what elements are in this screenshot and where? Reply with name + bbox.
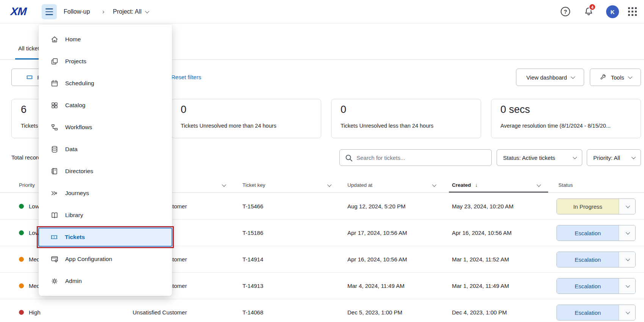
status-dropdown[interactable]: In Progress bbox=[556, 199, 636, 214]
menu-item-label: App Configuration bbox=[65, 256, 112, 263]
priority-dot bbox=[19, 257, 24, 262]
menu-item-workflows[interactable]: Workflows bbox=[39, 116, 172, 138]
stat-label: Tickets Unresolved more than 24 hours bbox=[181, 123, 277, 129]
ticket-key-cell: T-15186 bbox=[242, 220, 263, 246]
menu-item-data[interactable]: Data bbox=[39, 138, 172, 160]
status-dropdown[interactable]: Escalation bbox=[556, 278, 636, 294]
created-header-label: Created bbox=[452, 182, 471, 188]
priority-cell: High bbox=[29, 299, 41, 322]
reset-filters-link[interactable]: Reset filters bbox=[171, 69, 201, 86]
column-header-priority[interactable]: Priority bbox=[19, 178, 35, 192]
column-header-status: Status bbox=[558, 178, 573, 192]
stat-value: 0 secs bbox=[500, 104, 530, 116]
menu-item-admin[interactable]: Admin bbox=[39, 270, 172, 292]
status-dropdown[interactable]: Escalation bbox=[556, 252, 636, 267]
column-header-created[interactable]: Created ↓ bbox=[452, 178, 478, 192]
chevron-down-icon[interactable] bbox=[619, 199, 635, 214]
ticket-key-cell: T-14914 bbox=[242, 246, 263, 273]
menu-item-directories[interactable]: Directories bbox=[39, 160, 172, 182]
ticket-name-cell: Unsatisfied Customer bbox=[133, 299, 187, 322]
menu-item-label: Directories bbox=[65, 168, 93, 175]
annotation-highlight-box: Tickets bbox=[37, 226, 174, 248]
chevron-down-icon[interactable] bbox=[619, 305, 635, 320]
chevron-down-icon[interactable] bbox=[537, 183, 541, 187]
menu-item-scheduling[interactable]: Scheduling bbox=[39, 72, 172, 94]
status-dropdown[interactable]: Escalation bbox=[556, 225, 636, 241]
chevron-down-icon[interactable] bbox=[619, 225, 635, 241]
hamburger-menu-button[interactable] bbox=[42, 4, 57, 19]
search-icon bbox=[344, 153, 353, 163]
menu-item-app-configuration[interactable]: App Configuration bbox=[39, 248, 172, 270]
priority-filter-label: Priority: All bbox=[593, 155, 620, 161]
chevron-down-icon[interactable] bbox=[222, 183, 226, 187]
column-header-ticket-key[interactable]: Ticket key bbox=[242, 178, 265, 192]
admin-icon bbox=[50, 277, 59, 286]
priority-filter-dropdown[interactable]: Priority: All bbox=[587, 149, 641, 166]
stat-card-less-24h: 0 Tickets Unresolved less than 24 hours bbox=[331, 99, 481, 138]
library-icon bbox=[50, 211, 59, 220]
sort-descending-icon: ↓ bbox=[475, 182, 478, 188]
chevron-down-icon[interactable] bbox=[432, 183, 436, 187]
view-dashboard-button[interactable]: View dashboard bbox=[516, 69, 584, 86]
menu-item-projects[interactable]: Projects bbox=[39, 50, 172, 72]
updated-at-cell: Aug 12, 2024, 5:20 PM bbox=[347, 193, 405, 220]
xm-logo[interactable]: XM bbox=[10, 5, 27, 18]
created-cell: May 23, 2024, 10:20 AM bbox=[452, 193, 514, 220]
project-selector-label: Project: All bbox=[113, 8, 142, 15]
menu-item-label: Catalog bbox=[65, 102, 85, 109]
apps-grid-icon[interactable] bbox=[628, 7, 637, 16]
stat-label: Tickets Unresolved less than 24 hours bbox=[341, 123, 433, 129]
updated-at-cell: Mar 4, 2024, 11:49 AM bbox=[347, 273, 405, 299]
tickets-icon bbox=[50, 233, 59, 242]
tools-button[interactable]: Tools bbox=[590, 69, 641, 86]
updated-at-cell: Apr 16, 2024, 10:56 AM bbox=[347, 246, 407, 273]
avatar[interactable]: K bbox=[606, 5, 619, 18]
catalog-icon bbox=[50, 101, 59, 110]
search-box bbox=[339, 149, 492, 166]
column-header-updated-at[interactable]: Updated at bbox=[347, 178, 372, 192]
chevron-down-icon bbox=[628, 75, 632, 79]
priority-cell: Low bbox=[29, 193, 39, 220]
updated-at-cell: Apr 17, 2024, 10:56 AM bbox=[347, 220, 407, 246]
top-bar: XM Follow-up › Project: All ? 4 K bbox=[0, 0, 644, 23]
breadcrumb-separator-icon: › bbox=[102, 0, 105, 23]
data-icon bbox=[50, 145, 59, 154]
menu-item-home[interactable]: Home bbox=[39, 28, 172, 50]
app-configuration-icon bbox=[50, 255, 59, 264]
stat-card-more-24h: 0 Tickets Unresolved more than 24 hours bbox=[171, 99, 321, 138]
journeys-icon bbox=[50, 189, 59, 198]
stat-card-avg-resolution: 0 secs Average resolution time (8/1/2024… bbox=[491, 99, 641, 138]
status-badge: Escalation bbox=[557, 252, 619, 267]
global-nav-menu: Home Projects Scheduling Catalog Workflo… bbox=[39, 25, 172, 296]
chevron-down-icon[interactable] bbox=[619, 278, 635, 294]
menu-item-label: Data bbox=[65, 146, 78, 153]
search-input[interactable] bbox=[356, 150, 489, 166]
status-badge: Escalation bbox=[557, 305, 619, 320]
status-dropdown[interactable]: Escalation bbox=[556, 305, 636, 320]
menu-item-tickets[interactable]: Tickets bbox=[38, 228, 172, 247]
priority-dot bbox=[19, 310, 24, 315]
ticket-icon bbox=[26, 73, 33, 81]
menu-item-catalog[interactable]: Catalog bbox=[39, 94, 172, 116]
scheduling-icon bbox=[50, 79, 59, 88]
breadcrumb-section: Follow-up bbox=[64, 0, 90, 23]
priority-dot bbox=[19, 230, 24, 235]
help-icon[interactable]: ? bbox=[561, 7, 570, 16]
ticket-key-cell: T-14913 bbox=[242, 273, 263, 299]
notification-count-badge: 4 bbox=[589, 3, 596, 11]
chevron-down-icon[interactable] bbox=[327, 183, 331, 187]
priority-dot bbox=[19, 204, 24, 209]
table-row[interactable]: High Unsatisfied Customer T-14068 Dec 5,… bbox=[0, 299, 644, 322]
chevron-down-icon bbox=[573, 155, 577, 159]
status-filter-dropdown[interactable]: Status: Active tickets bbox=[497, 149, 582, 166]
menu-item-journeys[interactable]: Journeys bbox=[39, 182, 172, 204]
chevron-down-icon[interactable] bbox=[619, 252, 635, 267]
project-selector[interactable]: Project: All bbox=[113, 0, 148, 23]
home-icon bbox=[50, 35, 59, 44]
menu-item-label: Admin bbox=[65, 278, 82, 284]
notifications-bell-icon[interactable]: 4 bbox=[583, 6, 595, 17]
menu-item-label: Projects bbox=[65, 58, 86, 65]
created-cell: Dec 4, 2023, 1:00 PM bbox=[452, 299, 507, 322]
status-badge: In Progress bbox=[557, 199, 619, 214]
menu-item-library[interactable]: Library bbox=[39, 204, 172, 226]
